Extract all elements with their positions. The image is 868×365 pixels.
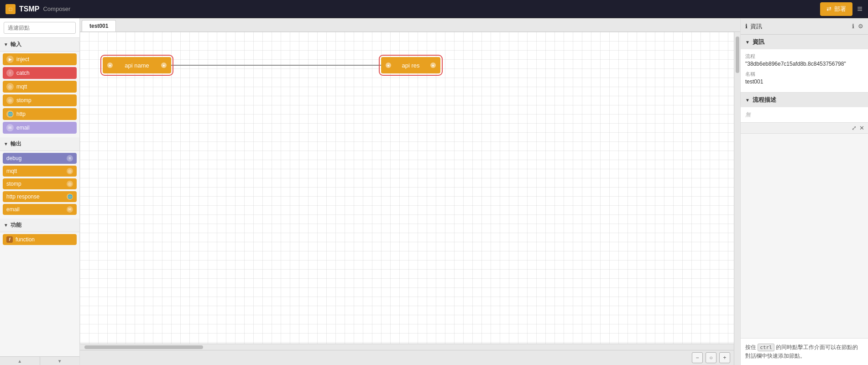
api-res-right-port: ●: [430, 63, 436, 68]
sidebar: ▼ 輸入 ▶ inject ! catch ◎ mqtt ◎ stom: [0, 18, 80, 365]
search-box: [0, 18, 79, 38]
http-response-label: http response: [6, 193, 40, 200]
sidebar-scroll-up[interactable]: ▲: [0, 357, 40, 365]
panel-info-content: 流程 "38db6eb896e7c15afd8b.8c8453756798" 名…: [741, 49, 868, 92]
node-mqtt-in[interactable]: ◎ mqtt: [3, 81, 77, 93]
zoom-out-button[interactable]: −: [692, 352, 703, 363]
api-name-right-port: ●: [161, 63, 167, 68]
mqtt-out-icon-right: ◎: [67, 168, 73, 174]
function-label: function: [16, 236, 35, 243]
section-output-header[interactable]: ▼ 輸出: [0, 137, 79, 151]
node-stomp-out[interactable]: stomp ◎: [3, 178, 77, 189]
section-input-label: 輸入: [10, 41, 21, 48]
panel-gear-icon[interactable]: ⚙: [858, 23, 863, 30]
api-res-left-port: ●: [386, 63, 391, 68]
right-panel-title: ℹ 資訊: [745, 22, 762, 31]
section-output-label: 輸出: [10, 140, 21, 148]
node-stomp-in[interactable]: ◎ stomp: [3, 94, 77, 106]
email-in-icon-left: ✉: [6, 124, 14, 131]
node-debug[interactable]: debug ≡: [3, 153, 77, 164]
email-out-label: email: [6, 206, 20, 213]
hint-text: 按住 ctrl 的同時點擊工作介面可以在節點的對話欄中快速添加節點。: [745, 344, 858, 359]
canvas-wrapper[interactable]: ● api name ● ● api res ●: [80, 32, 734, 344]
panel-section-info: ▼ 資訊 流程 "38db6eb896e7c15afd8b.8c84537567…: [741, 35, 868, 93]
canvas-hscroll-thumb[interactable]: [84, 345, 203, 349]
panel-resize-icon[interactable]: ⤢: [852, 125, 857, 131]
panel-section-desc-header[interactable]: ▼ 流程描述: [741, 93, 868, 107]
mqtt-in-label: mqtt: [16, 83, 27, 90]
stomp-out-icon-right: ◎: [67, 181, 73, 187]
stomp-out-label: stomp: [6, 181, 21, 187]
node-email-in[interactable]: ✉ email: [3, 122, 77, 134]
node-catch[interactable]: ! catch: [3, 67, 77, 79]
node-function[interactable]: f function: [3, 234, 77, 245]
canvas-node-api-res[interactable]: ● api res ●: [381, 57, 440, 73]
info-icon: ℹ: [745, 23, 748, 30]
section-function-arrow: ▼: [4, 223, 8, 228]
right-panel-header-icons: ℹ ⚙: [852, 23, 863, 30]
panel-section-info-header[interactable]: ▼ 資訊: [741, 35, 868, 49]
panel-info-icon[interactable]: ℹ: [852, 23, 854, 30]
panel-hint-area: 按住 ctrl 的同時點擊工作介面可以在節點的對話欄中快速添加節點。: [741, 338, 868, 365]
panel-close-icon[interactable]: ✕: [859, 125, 864, 131]
section-input-header[interactable]: ▼ 輸入: [0, 38, 79, 52]
deploy-icon: ⇄: [826, 5, 831, 12]
http-icon-left: 🌐: [6, 110, 14, 118]
api-name-label: api name: [113, 62, 161, 69]
canvas-vscroll-thumb[interactable]: [736, 36, 739, 73]
node-http[interactable]: 🌐 http: [3, 108, 77, 120]
http-label: http: [16, 111, 26, 117]
panel-desc-label: 流程描述: [753, 96, 776, 104]
section-output-nodes: debug ≡ mqtt ◎ stomp ◎ http response 🌐 e…: [0, 151, 79, 219]
info-row-name: 名稱 test001: [745, 71, 863, 85]
flow-value: "38db6eb896e7c15afd8b.8c8453756798": [745, 61, 863, 67]
right-panel-header: ℹ 資訊 ℹ ⚙: [741, 18, 868, 35]
canvas[interactable]: ● api name ● ● api res ●: [80, 32, 734, 344]
mqtt-out-label: mqtt: [6, 168, 17, 174]
sidebar-scroll-buttons: ▲ ▼: [0, 356, 79, 365]
sidebar-scroll-down[interactable]: ▼: [40, 357, 80, 365]
right-panel: ℹ 資訊 ℹ ⚙ ▼ 資訊 流程 "38db6eb896e7c15afd8b.8…: [740, 18, 868, 365]
panel-desc-arrow: ▼: [745, 98, 750, 103]
section-function-header[interactable]: ▼ 功能: [0, 219, 79, 232]
logo-icon: □: [5, 4, 16, 14]
menu-button[interactable]: ≡: [857, 4, 863, 14]
debug-icon-right: ≡: [67, 155, 73, 162]
app-title: TSMP: [19, 5, 39, 13]
api-name-left-port: ●: [107, 63, 113, 68]
header-right: ⇄ 部署 ≡: [820, 2, 863, 16]
tab-test001[interactable]: test001: [82, 20, 116, 31]
tabs-bar: test001: [80, 18, 740, 32]
canvas-node-api-name[interactable]: ● api name ●: [103, 57, 171, 73]
zoom-in-button[interactable]: +: [719, 352, 730, 363]
inject-icon-left: ▶: [6, 56, 14, 63]
canvas-area: test001 ● api name: [80, 18, 740, 365]
canvas-vscroll[interactable]: [734, 32, 740, 365]
panel-section-description: ▼ 流程描述 無: [741, 93, 868, 123]
catch-icon-left: !: [6, 69, 14, 77]
node-inject[interactable]: ▶ inject: [3, 53, 77, 65]
panel-info-label: 資訊: [753, 38, 764, 46]
email-in-label: email: [16, 125, 30, 131]
canvas-hscroll[interactable]: [80, 344, 734, 350]
search-input[interactable]: [4, 22, 76, 34]
app-subtitle: Composer: [43, 5, 70, 12]
flow-label: 流程: [745, 53, 863, 60]
api-res-label: api res: [391, 62, 430, 69]
main-layout: ▼ 輸入 ▶ inject ! catch ◎ mqtt ◎ stom: [0, 18, 868, 365]
node-email-out[interactable]: email ✉: [3, 204, 77, 215]
stomp-in-icon-left: ◎: [6, 97, 14, 104]
deploy-button[interactable]: ⇄ 部署: [820, 2, 852, 16]
section-function-label: 功能: [10, 221, 21, 229]
node-mqtt-out[interactable]: mqtt ◎: [3, 166, 77, 177]
email-out-icon-right: ✉: [67, 206, 73, 213]
sidebar-content: ▼ 輸入 ▶ inject ! catch ◎ mqtt ◎ stom: [0, 38, 79, 356]
description-value: 無: [745, 111, 751, 118]
node-http-response[interactable]: http response 🌐: [3, 191, 77, 202]
section-input-nodes: ▶ inject ! catch ◎ mqtt ◎ stomp 🌐 htt: [0, 52, 79, 137]
panel-bottom-actions: ⤢ ✕: [741, 123, 868, 134]
connection-layer: [80, 32, 734, 344]
name-label: 名稱: [745, 71, 863, 78]
zoom-reset-button[interactable]: ○: [706, 352, 716, 363]
mqtt-in-icon-left: ◎: [6, 83, 14, 90]
